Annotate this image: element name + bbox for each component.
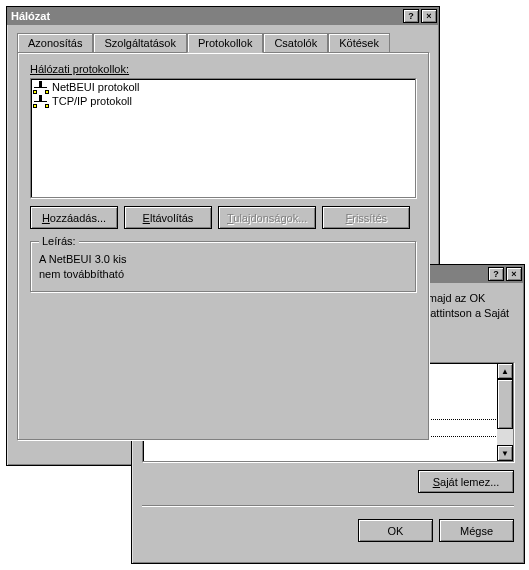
remove-button[interactable]: Eltávolítás: [124, 206, 212, 229]
scroll-down-button[interactable]: ▼: [497, 445, 513, 461]
help-button[interactable]: ?: [488, 267, 504, 281]
properties-button: Tulajdonságok...: [218, 206, 316, 229]
own-disk-button[interactable]: Saját lemez...: [418, 470, 514, 493]
tab-protocols[interactable]: Protokollok: [187, 33, 263, 53]
list-item-label: NetBEUI protokoll: [52, 81, 139, 93]
tab-identification[interactable]: Azonosítás: [17, 33, 93, 53]
close-button[interactable]: ×: [421, 9, 437, 23]
list-item[interactable]: TCP/IP protokoll: [32, 94, 414, 108]
separator: [142, 505, 514, 507]
tab-adapters[interactable]: Csatolók: [263, 33, 328, 53]
refresh-button: Frissítés: [322, 206, 410, 229]
list-item-label: TCP/IP protokoll: [52, 95, 132, 107]
tab-bindings[interactable]: Kötések: [328, 33, 390, 53]
window-titlebar-network[interactable]: Hálózat ? ×: [7, 7, 439, 25]
list-item[interactable]: NetBEUI protokoll: [32, 80, 414, 94]
description-legend: Leírás:: [39, 235, 79, 247]
scroll-thumb[interactable]: [497, 379, 513, 429]
close-button[interactable]: ×: [506, 267, 522, 281]
tabstrip: Azonosítás Szolgáltatások Protokollok Cs…: [17, 33, 429, 53]
help-button[interactable]: ?: [403, 9, 419, 23]
protocol-icon: [34, 95, 48, 107]
cancel-button[interactable]: Mégse: [439, 519, 514, 542]
add-button[interactable]: Hozzáadás...: [30, 206, 118, 229]
ok-button[interactable]: OK: [358, 519, 433, 542]
tab-services[interactable]: Szolgáltatások: [93, 33, 187, 53]
scroll-up-button[interactable]: ▲: [497, 363, 513, 379]
protocol-listbox[interactable]: NetBEUI protokoll TCP/IP protokoll: [30, 78, 416, 198]
protocol-icon: [34, 81, 48, 93]
window-title-network: Hálózat: [11, 10, 401, 22]
label-network-protocols: Hálózati protokollok:: [30, 63, 416, 75]
description-text: A NetBEUI 3.0 kisnem továbbítható: [39, 252, 407, 283]
description-group: Leírás: A NetBEUI 3.0 kisnem továbbíthat…: [30, 241, 416, 292]
scrollbar[interactable]: ▲ ▼: [497, 363, 513, 461]
